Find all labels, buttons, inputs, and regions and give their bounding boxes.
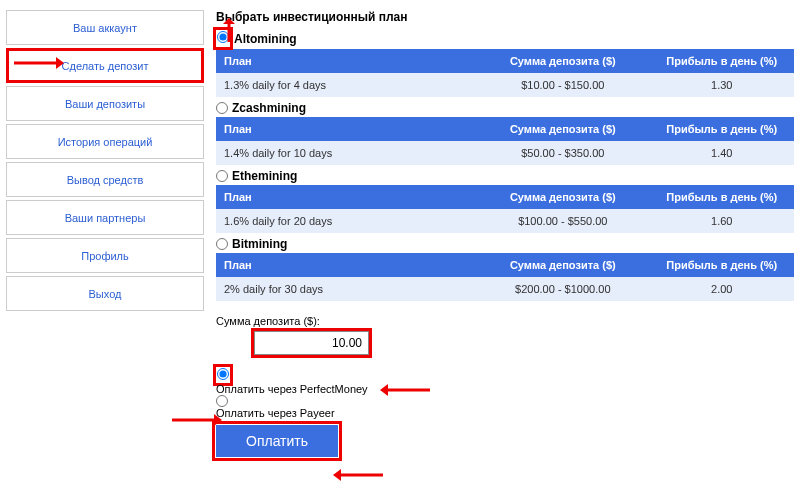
th-profit: Прибыль в день (%) xyxy=(649,117,794,141)
sidebar-item-label: История операций xyxy=(58,136,153,148)
plan-radio-wrap xyxy=(216,30,230,47)
pay-option-label: Оплатить через PerfectMoney xyxy=(216,383,368,395)
td-range: $10.00 - $150.00 xyxy=(476,73,649,97)
plan-table: План Сумма депозита ($) Прибыль в день (… xyxy=(216,253,794,301)
th-plan: План xyxy=(216,253,476,277)
pay-radio-perfectmoney[interactable] xyxy=(217,368,229,380)
svg-marker-9 xyxy=(333,469,341,481)
th-deposit: Сумма депозита ($) xyxy=(476,117,649,141)
plan-ethemining: Ethemining План Сумма депозита ($) Прибы… xyxy=(216,169,794,233)
pay-button[interactable]: Оплатить xyxy=(216,425,338,457)
plan-radio[interactable] xyxy=(217,31,229,43)
payment-options: Оплатить через PerfectMoney Оплатить чер… xyxy=(216,367,794,457)
sidebar-item-label: Сделать депозит xyxy=(62,60,149,72)
sidebar-item-label: Вывод средств xyxy=(67,174,144,186)
td-desc: 1.4% daily for 10 days xyxy=(216,141,476,165)
table-row: 1.4% daily for 10 days $50.00 - $350.00 … xyxy=(216,141,794,165)
sidebar-item-deposit[interactable]: Сделать депозит xyxy=(6,48,204,83)
th-plan: План xyxy=(216,185,476,209)
page-title: Выбрать инвестиционный план xyxy=(216,10,794,24)
td-profit: 1.30 xyxy=(649,73,794,97)
sidebar-item-profile[interactable]: Профиль xyxy=(6,238,204,273)
main-content: Выбрать инвестиционный план Altomining П… xyxy=(216,10,794,457)
plan-bitmining: Bitmining План Сумма депозита ($) Прибыл… xyxy=(216,237,794,301)
td-desc: 1.6% daily for 20 days xyxy=(216,209,476,233)
deposit-label: Сумма депозита ($): xyxy=(216,315,794,327)
td-profit: 1.60 xyxy=(649,209,794,233)
plan-name: Altomining xyxy=(234,32,297,46)
th-deposit: Сумма депозита ($) xyxy=(476,253,649,277)
deposit-input[interactable] xyxy=(254,331,369,355)
td-range: $100.00 - $550.00 xyxy=(476,209,649,233)
td-desc: 1.3% daily for 4 days xyxy=(216,73,476,97)
sidebar-item-label: Ваш аккаунт xyxy=(73,22,137,34)
th-deposit: Сумма депозита ($) xyxy=(476,49,649,73)
sidebar-item-your-deposits[interactable]: Ваши депозиты xyxy=(6,86,204,121)
plan-name: Bitmining xyxy=(232,237,287,251)
sidebar-item-logout[interactable]: Выход xyxy=(6,276,204,311)
sidebar-item-history[interactable]: История операций xyxy=(6,124,204,159)
table-header-row: План Сумма депозита ($) Прибыль в день (… xyxy=(216,49,794,73)
plan-table: План Сумма депозита ($) Прибыль в день (… xyxy=(216,185,794,233)
sidebar-item-partners[interactable]: Ваши партнеры xyxy=(6,200,204,235)
plan-name: Ethemining xyxy=(232,169,297,183)
sidebar-item-label: Ваши партнеры xyxy=(65,212,146,224)
td-range: $50.00 - $350.00 xyxy=(476,141,649,165)
deposit-section: Сумма депозита ($): xyxy=(216,315,794,355)
sidebar: Ваш аккаунт Сделать депозит Ваши депозит… xyxy=(6,10,204,457)
td-profit: 1.40 xyxy=(649,141,794,165)
plan-radio[interactable] xyxy=(216,170,228,182)
th-deposit: Сумма депозита ($) xyxy=(476,185,649,209)
sidebar-item-label: Ваши депозиты xyxy=(65,98,145,110)
plan-table: План Сумма депозита ($) Прибыль в день (… xyxy=(216,49,794,97)
th-profit: Прибыль в день (%) xyxy=(649,49,794,73)
pay-radio-wrap xyxy=(216,367,230,383)
table-row: 1.6% daily for 20 days $100.00 - $550.00… xyxy=(216,209,794,233)
annotation-arrow-icon xyxy=(333,468,383,482)
pay-button-label: Оплатить xyxy=(246,433,308,449)
th-plan: План xyxy=(216,117,476,141)
table-row: 1.3% daily for 4 days $10.00 - $150.00 1… xyxy=(216,73,794,97)
td-profit: 2.00 xyxy=(649,277,794,301)
sidebar-item-account[interactable]: Ваш аккаунт xyxy=(6,10,204,45)
plan-altomining: Altomining План Сумма депозита ($) Прибы… xyxy=(216,30,794,97)
table-row: 2% daily for 30 days $200.00 - $1000.00 … xyxy=(216,277,794,301)
pay-radio-payeer[interactable] xyxy=(216,395,228,407)
plan-radio[interactable] xyxy=(216,238,228,250)
th-profit: Прибыль в день (%) xyxy=(649,185,794,209)
pay-option-label: Оплатить через Payeer xyxy=(216,407,335,419)
th-plan: План xyxy=(216,49,476,73)
plan-zcashmining: Zcashmining План Сумма депозита ($) Приб… xyxy=(216,101,794,165)
th-profit: Прибыль в день (%) xyxy=(649,253,794,277)
td-range: $200.00 - $1000.00 xyxy=(476,277,649,301)
sidebar-item-label: Профиль xyxy=(81,250,129,262)
sidebar-item-label: Выход xyxy=(89,288,122,300)
plan-name: Zcashmining xyxy=(232,101,306,115)
td-desc: 2% daily for 30 days xyxy=(216,277,476,301)
table-header-row: План Сумма депозита ($) Прибыль в день (… xyxy=(216,185,794,209)
plan-table: План Сумма депозита ($) Прибыль в день (… xyxy=(216,117,794,165)
table-header-row: План Сумма депозита ($) Прибыль в день (… xyxy=(216,253,794,277)
sidebar-item-withdraw[interactable]: Вывод средств xyxy=(6,162,204,197)
plan-radio[interactable] xyxy=(216,102,228,114)
table-header-row: План Сумма депозита ($) Прибыль в день (… xyxy=(216,117,794,141)
